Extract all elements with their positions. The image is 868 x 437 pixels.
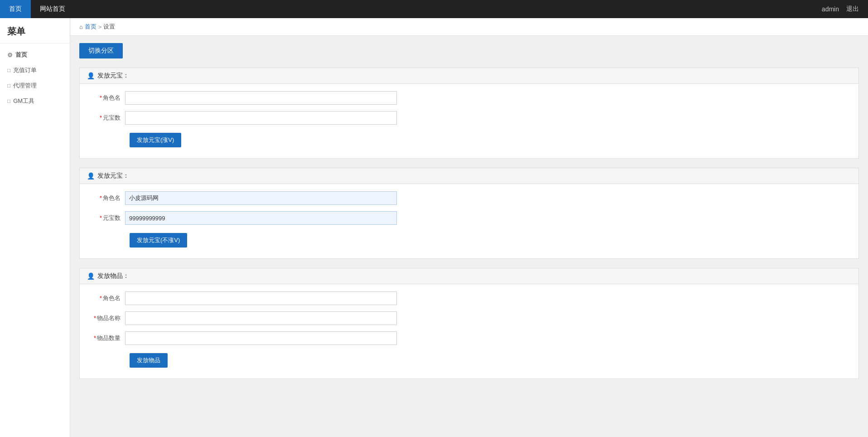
sidebar-section: ⚙ 首页 □ 充值订单 □ 代理管理 □ GM工具 xyxy=(0,44,70,112)
section1-header: 👤 发放元宝： xyxy=(80,68,858,84)
logout-link[interactable]: 退出 xyxy=(846,5,859,13)
home-icon: ⌂ xyxy=(79,24,83,30)
section-items: 👤 发放物品： *角色名 *物品名称 xyxy=(79,268,859,379)
section1-body: *角色名 *元宝数 发放元宝(涨V) xyxy=(80,84,858,158)
issue-items-button[interactable]: 发放物品 xyxy=(130,353,168,368)
section3-itemname-label: *物品名称 xyxy=(89,314,125,322)
section3-itemname-row: *物品名称 xyxy=(89,311,849,325)
section1-role-row: *角色名 xyxy=(89,91,849,105)
section3-itemqty-row: *物品数量 xyxy=(89,331,849,345)
section1-yuanbao-input[interactable] xyxy=(125,111,397,125)
section3-itemqty-input[interactable] xyxy=(125,331,397,345)
file-icon-1: □ xyxy=(7,67,10,73)
sidebar-item-agent[interactable]: □ 代理管理 xyxy=(0,78,70,93)
file-icon-3: □ xyxy=(7,98,10,104)
user-icon-2: 👤 xyxy=(87,172,95,180)
file-icon-2: □ xyxy=(7,83,10,89)
top-nav-left: 首页 网站首页 xyxy=(0,0,74,18)
issue-yuanbao-nov-button[interactable]: 发放元宝(不涨V) xyxy=(130,233,187,248)
section3-role-label: *角色名 xyxy=(89,294,125,302)
section3-btn-row: 发放物品 xyxy=(89,351,849,368)
section1-btn-row: 发放元宝(涨V) xyxy=(89,131,849,147)
section2-role-input[interactable] xyxy=(125,191,397,205)
section3-body: *角色名 *物品名称 *物品数量 xyxy=(80,284,858,379)
section2-header: 👤 发放元宝： xyxy=(80,168,858,184)
section-yuanbao-v: 👤 发放元宝： *角色名 *元宝数 xyxy=(79,68,859,159)
main-content: ⌂ 首页 > 设置 切换分区 👤 发放元宝： *角色名 xyxy=(70,18,868,437)
sidebar-title: 菜单 xyxy=(0,18,70,44)
section1-yuanbao-label: *元宝数 xyxy=(89,114,125,122)
nav-item-home[interactable]: 首页 xyxy=(0,0,31,18)
gear-icon: ⚙ xyxy=(7,52,13,58)
top-nav-right: admin 退出 xyxy=(822,5,868,13)
breadcrumb-home[interactable]: 首页 xyxy=(85,23,96,31)
section3-header: 👤 发放物品： xyxy=(80,268,858,284)
sidebar-item-home[interactable]: ⚙ 首页 xyxy=(0,47,70,63)
section3-role-row: *角色名 xyxy=(89,291,849,305)
section1-yuanbao-row: *元宝数 xyxy=(89,111,849,125)
section2-body: *角色名 *元宝数 发放元宝(不涨V) xyxy=(80,184,858,258)
nav-item-website[interactable]: 网站首页 xyxy=(31,0,74,18)
section2-btn-row: 发放元宝(不涨V) xyxy=(89,231,849,248)
section2-yuanbao-row: *元宝数 xyxy=(89,211,849,225)
sidebar: 菜单 ⚙ 首页 □ 充值订单 □ 代理管理 □ GM工具 xyxy=(0,18,70,437)
issue-yuanbao-v-button[interactable]: 发放元宝(涨V) xyxy=(130,133,181,147)
content-area: 切换分区 👤 发放元宝： *角色名 *元宝数 xyxy=(70,36,868,395)
user-icon-1: 👤 xyxy=(87,72,95,79)
section3-itemname-input[interactable] xyxy=(125,311,397,325)
switch-region-button[interactable]: 切换分区 xyxy=(79,43,123,58)
sidebar-item-gm[interactable]: □ GM工具 xyxy=(0,93,70,109)
section2-yuanbao-label: *元宝数 xyxy=(89,214,125,222)
section2-role-row: *角色名 xyxy=(89,191,849,205)
breadcrumb: ⌂ 首页 > 设置 xyxy=(70,18,868,36)
breadcrumb-separator: > xyxy=(98,24,102,30)
user-icon-3: 👤 xyxy=(87,272,95,280)
section3-itemqty-label: *物品数量 xyxy=(89,334,125,342)
section-yuanbao-no-v: 👤 发放元宝： *角色名 *元宝数 xyxy=(79,168,859,259)
sidebar-item-recharge[interactable]: □ 充值订单 xyxy=(0,63,70,78)
breadcrumb-current: 设置 xyxy=(103,23,115,31)
section3-role-input[interactable] xyxy=(125,291,397,305)
section2-yuanbao-input[interactable] xyxy=(125,211,397,225)
username: admin xyxy=(822,5,839,13)
section1-role-label: *角色名 xyxy=(89,94,125,102)
section2-role-label: *角色名 xyxy=(89,194,125,202)
layout: 菜单 ⚙ 首页 □ 充值订单 □ 代理管理 □ GM工具 ⌂ 首页 xyxy=(0,18,868,437)
section1-role-input[interactable] xyxy=(125,91,397,105)
top-nav: 首页 网站首页 admin 退出 xyxy=(0,0,868,18)
